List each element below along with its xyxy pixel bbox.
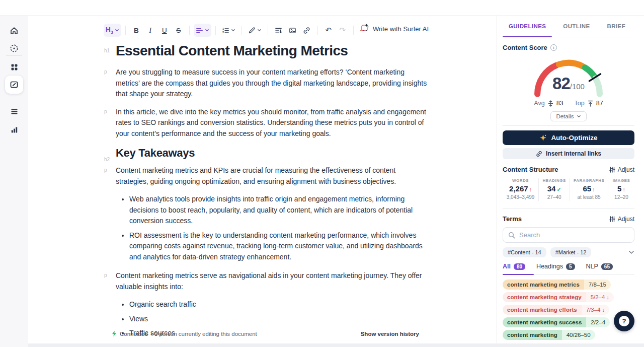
sidebar-item-domains[interactable] [10, 44, 19, 53]
divider [503, 208, 634, 209]
term-filter-tabs: All 80 Headings 5 NLP 65 [503, 263, 634, 275]
stat-range: at least 85 [571, 194, 607, 200]
document-canvas[interactable]: h1 Essential Content Marketing Metrics p… [116, 42, 429, 347]
redo-button[interactable]: ↷ [336, 24, 349, 37]
stat-value: 65↑ [571, 184, 607, 193]
gauge-segment-orange [559, 63, 583, 66]
terms-adjust-button[interactable]: Adjust [609, 216, 634, 223]
term-text: content marketing success [503, 317, 586, 327]
topic-chip-content[interactable]: #Content - 14 [503, 247, 546, 257]
chevron-down-icon [115, 29, 119, 32]
stat-range: 3,043–3,499 [504, 194, 537, 200]
bold-button[interactable]: B [130, 24, 143, 37]
align-dropdown[interactable] [194, 24, 211, 37]
doc-list-item[interactable]: Organic search traffic [129, 299, 429, 310]
adjust-label: Adjust [618, 216, 634, 223]
term-chip[interactable]: content marketing 40/26–50 [503, 330, 595, 340]
details-label: Details [556, 113, 574, 119]
sidebar-item-content-editor-active[interactable] [5, 76, 23, 94]
doc-paragraph[interactable]: Are you struggling to measure success in… [116, 67, 429, 100]
align-left-icon [196, 27, 203, 34]
sidebar-item-home[interactable] [10, 26, 19, 35]
doc-list-item[interactable]: Web analytics tools provide insights int… [129, 194, 429, 227]
ordered-list-icon: 12 [222, 27, 229, 34]
pen-style-dropdown[interactable] [246, 24, 264, 37]
stat-label: PARAGRAPHS [571, 178, 607, 183]
home-icon [10, 26, 19, 35]
up-arrow-indicator: ↑ [592, 186, 595, 192]
filter-label: Headings [536, 263, 563, 270]
rows-icon [10, 107, 19, 116]
block-type-label: p [104, 272, 107, 278]
tab-guidelines[interactable]: GUIDELINES [503, 16, 552, 37]
doc-paragraph[interactable]: In this article, we dive into the key me… [116, 107, 429, 140]
sidebar-item-dashboard[interactable] [10, 62, 19, 72]
list-dropdown[interactable]: 12 [220, 24, 237, 37]
tab-outline[interactable]: OUTLINE [557, 16, 596, 37]
details-dropdown[interactable]: Details [550, 111, 586, 121]
globe-icon [10, 44, 19, 53]
info-icon[interactable]: i [550, 44, 557, 51]
doc-heading-1[interactable]: Essential Content Marketing Metrics [116, 42, 429, 59]
avg-label: Avg [534, 100, 544, 107]
insert-link-button[interactable] [300, 24, 313, 37]
doc-block-p: p Content marketing metrics and KPIs are… [116, 165, 429, 187]
score-max: /100 [570, 82, 585, 91]
structure-adjust-button[interactable]: Adjust [609, 166, 634, 173]
divider [503, 125, 634, 126]
sidebar-item-analytics[interactable] [10, 125, 19, 134]
top-bar [0, 0, 644, 16]
chevron-down-icon [231, 29, 235, 32]
auto-optimize-button[interactable]: Auto-Optimize [503, 130, 634, 145]
term-usage: 7/3–4↓ [582, 305, 609, 315]
insert-block-button[interactable] [272, 24, 285, 37]
doc-paragraph[interactable]: Content marketing metrics and KPIs are c… [116, 165, 429, 187]
editors-label: • 1 person currently editing this docume… [151, 331, 257, 337]
toolbar-divider [242, 26, 242, 35]
doc-list-item[interactable]: Views [129, 314, 429, 325]
doc-paragraph[interactable]: Content marketing metrics serve as navig… [116, 270, 429, 292]
terms-header: Terms Adjust [503, 215, 634, 223]
svg-text:1: 1 [222, 27, 224, 30]
term-chip[interactable]: content marketing efforts 7/3–4↓ [503, 305, 609, 315]
lightning-bolt-icon [112, 330, 117, 337]
tab-brief[interactable]: BRIEF [601, 16, 632, 37]
toolbar-more-button[interactable]: ··· [358, 24, 371, 37]
strikethrough-button[interactable]: S [172, 24, 185, 37]
topic-chip-market[interactable]: #Market - 12 [550, 247, 592, 257]
filter-tab-all[interactable]: All 80 [503, 263, 525, 270]
filter-count-badge: 80 [514, 263, 525, 270]
block-type-label: p [104, 109, 107, 114]
chevron-down-icon [577, 115, 581, 118]
insert-internal-links-button[interactable]: Insert internal links [503, 148, 634, 159]
heading-style-dropdown[interactable]: H3 [104, 24, 121, 37]
underline-button[interactable]: U [158, 24, 171, 37]
terms-list: content marketing metrics 7/8–15 content… [503, 280, 634, 340]
sidebar-item-serp-analyzer[interactable] [10, 107, 19, 116]
help-button[interactable]: ? [614, 311, 634, 331]
doc-heading-2[interactable]: Key Takeaways [116, 146, 429, 160]
italic-button[interactable]: I [144, 24, 157, 37]
term-chip[interactable]: content marketing strategy 5/2–4↓ [503, 292, 614, 302]
undo-button[interactable]: ↶ [322, 24, 335, 37]
stat-paragraphs: PARAGRAPHS 65↑ at least 85 [570, 178, 608, 201]
doc-list-item[interactable]: ROI assessment is the key to understandi… [129, 230, 429, 263]
term-text: content marketing [503, 330, 562, 340]
filter-tab-headings[interactable]: Headings 5 [536, 263, 575, 270]
term-chip[interactable]: content marketing success 2/2–4 [503, 317, 610, 327]
sidebar-divider [6, 55, 22, 56]
toolbar-divider [189, 26, 190, 35]
insert-image-button[interactable] [286, 24, 299, 37]
stat-words: WORDS 2,267↑ 3,043–3,499 [503, 178, 538, 201]
expand-topics-button[interactable] [628, 250, 634, 254]
svg-text:2: 2 [222, 31, 224, 34]
show-version-history-link[interactable]: Show version history [361, 331, 419, 337]
toolbar-divider [125, 26, 126, 35]
filter-tab-nlp[interactable]: NLP 65 [586, 263, 613, 270]
score-value: 82 [552, 74, 570, 93]
term-chip[interactable]: content marketing metrics 7/8–15 [503, 280, 611, 290]
terms-search-input[interactable] [519, 231, 629, 239]
score-value-group: 82/100 [531, 74, 606, 93]
stat-value: 5↑ [609, 184, 633, 193]
terms-search-box[interactable] [503, 227, 634, 243]
